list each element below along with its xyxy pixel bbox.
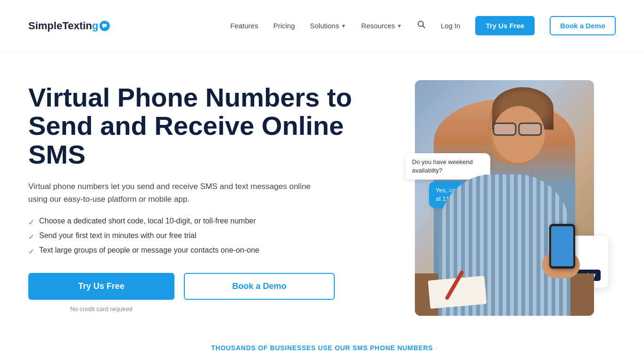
logo-icon [99, 21, 110, 31]
book-demo-button-nav[interactable]: Book a Demo [550, 16, 616, 35]
try-free-button-hero[interactable]: Try Us Free [28, 273, 174, 300]
hero-right: Do you have weekend availabilty? Yes, ca… [415, 80, 603, 316]
phone-decoration [549, 224, 575, 269]
check-icon: ✓ [28, 218, 34, 227]
hero-section: Virtual Phone Numbers to Send and Receiv… [0, 52, 644, 335]
footer-teaser: THOUSANDS OF BUSINESSES USE OUR SMS PHON… [0, 335, 644, 356]
hero-bullets: ✓ Choose a dedicated short code, local 1… [28, 217, 387, 256]
hero-image-container: Do you have weekend availabilty? Yes, ca… [415, 80, 603, 316]
check-icon: ✓ [28, 232, 34, 241]
logo-text-blue: g [92, 20, 98, 32]
nav-solutions[interactable]: Solutions ▼ [310, 22, 347, 30]
main-nav: Features Pricing Solutions ▼ Resources ▼… [230, 16, 616, 35]
hero-buttons: Try Us Free Book a Demo [28, 273, 387, 300]
try-free-button-nav[interactable]: Try Us Free [475, 16, 535, 35]
svg-line-1 [422, 26, 425, 28]
glasses-decoration [493, 123, 545, 136]
no-credit-card-text: No credit card required [28, 305, 174, 313]
header: SimpleTextin g Features Pricing Solution… [0, 0, 644, 52]
nav-resources[interactable]: Resources ▼ [361, 22, 402, 30]
hero-left: Virtual Phone Numbers to Send and Receiv… [28, 83, 387, 313]
login-link[interactable]: Log In [441, 22, 461, 30]
nav-pricing[interactable]: Pricing [273, 22, 295, 30]
hero-description: Virtual phone numbers let you send and r… [28, 180, 330, 206]
bullet-2: ✓ Send your first text in minutes with o… [28, 231, 387, 241]
bullet-1: ✓ Choose a dedicated short code, local 1… [28, 217, 387, 227]
bullet-3: ✓ Text large groups of people or message… [28, 246, 387, 256]
search-icon[interactable] [417, 20, 426, 31]
hero-title: Virtual Phone Numbers to Send and Receiv… [28, 83, 387, 169]
book-demo-button-hero[interactable]: Book a Demo [184, 273, 335, 300]
check-icon: ✓ [28, 247, 34, 256]
logo[interactable]: SimpleTextin g [28, 20, 110, 32]
nav-features[interactable]: Features [230, 22, 258, 30]
chevron-down-icon: ▼ [397, 23, 402, 29]
chevron-down-icon: ▼ [341, 23, 346, 29]
logo-text-dark: SimpleTextin [28, 20, 92, 32]
